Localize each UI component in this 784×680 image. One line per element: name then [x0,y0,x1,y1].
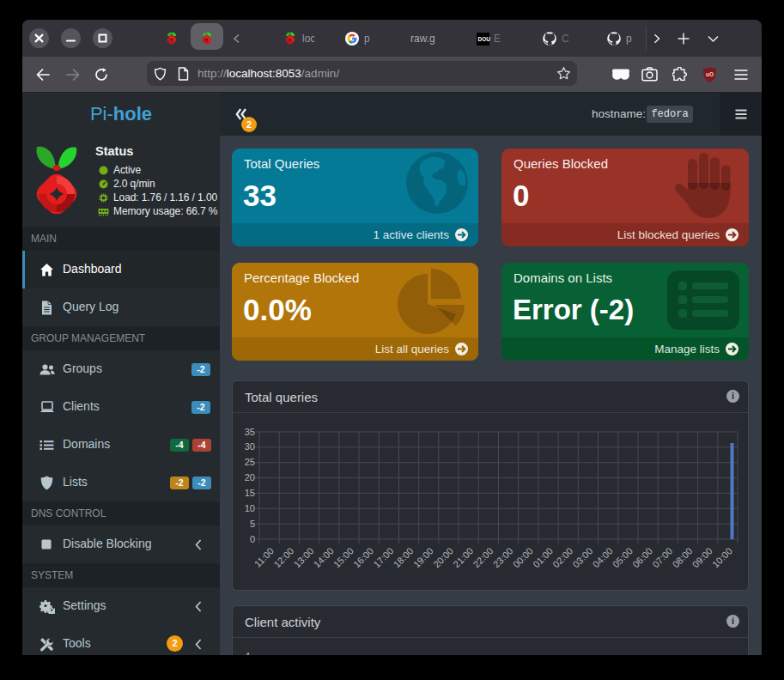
svg-text:30: 30 [245,441,255,452]
svg-text:uO: uO [706,71,714,77]
svg-text:22:00: 22:00 [471,545,495,569]
svg-text:18:00: 18:00 [392,545,416,569]
svg-text:06:00: 06:00 [630,545,654,569]
svg-text:20: 20 [245,472,255,483]
svg-text:05:00: 05:00 [611,545,635,569]
svg-text:02:00: 02:00 [550,545,574,569]
svg-text:0: 0 [250,534,255,544]
svg-text:08:00: 08:00 [671,545,695,569]
svg-text:07:00: 07:00 [650,545,674,569]
svg-text:14:00: 14:00 [312,545,336,569]
svg-text:09:00: 09:00 [690,545,714,569]
svg-text:13:00: 13:00 [292,545,316,569]
svg-text:01:00: 01:00 [531,545,555,569]
svg-text:5: 5 [250,519,255,529]
svg-text:21:00: 21:00 [451,545,475,569]
svg-text:00:00: 00:00 [511,545,535,569]
svg-text:10: 10 [245,503,255,513]
svg-text:03:00: 03:00 [570,545,594,569]
svg-text:15:00: 15:00 [331,545,356,569]
svg-text:15: 15 [245,488,255,498]
svg-text:25: 25 [245,457,255,467]
svg-text:04:00: 04:00 [591,545,615,569]
svg-text:20:00: 20:00 [431,545,455,569]
svg-text:12:00: 12:00 [271,545,295,569]
svg-text:19:00: 19:00 [411,545,435,569]
svg-text:10:00: 10:00 [710,545,734,569]
svg-text:35: 35 [245,427,255,437]
svg-text:16:00: 16:00 [351,545,375,569]
svg-text:17:00: 17:00 [371,545,395,569]
svg-text:11:00: 11:00 [252,545,276,568]
svg-text:23:00: 23:00 [491,545,515,569]
